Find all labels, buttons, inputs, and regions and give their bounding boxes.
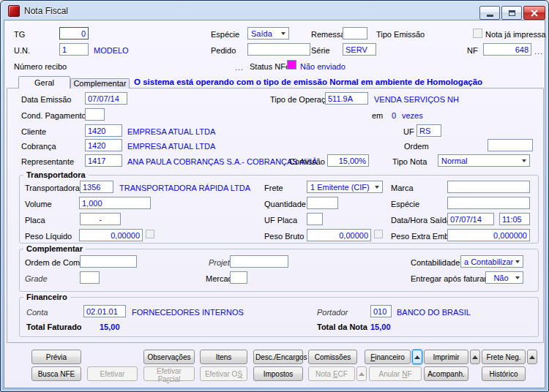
marca-label: Marca — [391, 183, 414, 193]
cliente-field[interactable] — [85, 124, 122, 137]
peso-extra-field[interactable] — [447, 229, 530, 241]
peso-bruto-field[interactable] — [307, 229, 371, 241]
title-bar[interactable]: Nota Fiscal — [1, 1, 548, 21]
grade-label: Grade — [25, 274, 48, 284]
data-emissao-label: Data Emissão — [21, 94, 71, 105]
data-emissao-field[interactable] — [85, 92, 127, 105]
historico-button[interactable]: Histórico — [482, 366, 526, 381]
busca-nfe-button[interactable]: Busca NFE — [31, 366, 81, 381]
efetivar-parcial-button[interactable]: Efetivar Parcial — [143, 366, 195, 381]
nota-fiscal-window: Nota Fiscal TG Espécie Saída Remessa Tip… — [0, 0, 549, 392]
data-saida-field[interactable] — [447, 213, 494, 225]
uf-field[interactable] — [417, 124, 441, 137]
acompanh-button[interactable]: Acompanh. — [424, 366, 468, 381]
total-da-nota-value: 15,00 — [370, 322, 391, 332]
uf-label: UF — [403, 127, 414, 137]
tab-geral[interactable]: Geral — [18, 76, 70, 88]
tipo-operacao-field[interactable] — [325, 92, 368, 105]
hora-saida-field[interactable] — [499, 213, 530, 225]
nota-ecf-expand-button[interactable] — [356, 366, 367, 381]
total-faturado-label: Total Faturado — [26, 322, 82, 332]
tipo-nota-label: Tipo Nota — [392, 157, 427, 167]
chevron-down-icon — [375, 186, 379, 191]
itens-button[interactable]: Itens — [200, 350, 247, 364]
parcelas-suffix: vezes — [402, 110, 423, 121]
nf-field[interactable] — [483, 43, 531, 56]
efetivar-os-button[interactable]: Efetivar OS — [200, 366, 247, 381]
remessa-label: Remessa — [311, 29, 345, 39]
ordem-compra-field[interactable] — [80, 255, 137, 268]
previa-button[interactable]: Prévia — [31, 350, 81, 364]
volume-field[interactable] — [79, 197, 151, 209]
entregar-apos-faturar-select[interactable]: Não — [485, 271, 523, 284]
arrow-up-icon — [529, 353, 535, 359]
peso-bruto-checkbox[interactable] — [374, 230, 383, 238]
peso-liquido-checkbox[interactable] — [146, 230, 154, 238]
ordem-field[interactable] — [488, 139, 533, 151]
financeiro-expand-button[interactable] — [412, 350, 422, 364]
chevron-down-icon — [522, 159, 526, 165]
entregar-apos-faturar-label: Entregar após faturar — [411, 274, 487, 284]
quantidade-field[interactable] — [307, 197, 338, 209]
parcelas-em-label: em — [372, 110, 383, 121]
tipo-nota-select[interactable]: Normal — [438, 154, 530, 167]
marca-field[interactable] — [447, 181, 530, 193]
especie-transp-label: Espécie — [391, 199, 419, 209]
conta-field[interactable] — [83, 305, 126, 317]
cobranca-desc: EMPRESA ATUAL LTDA — [127, 141, 215, 151]
comissao-field[interactable] — [327, 154, 369, 167]
minimize-icon — [487, 15, 493, 17]
maximize-button[interactable] — [501, 6, 522, 20]
status-nfe-label: Status NFe — [250, 61, 290, 72]
pedido-field[interactable] — [247, 43, 310, 56]
representante-field[interactable] — [85, 154, 122, 167]
especie-select[interactable]: Saída — [247, 27, 289, 39]
tg-field[interactable] — [59, 27, 89, 39]
total-faturado-value: 15,00 — [100, 322, 120, 332]
transportadora-group-title: Transportadora — [23, 170, 89, 179]
nota-ecf-button[interactable]: Nota ECF — [308, 366, 355, 381]
placa-field[interactable] — [80, 213, 121, 225]
desc-encargos-button[interactable]: Desc./Encargos — [253, 350, 303, 364]
un-field[interactable] — [59, 43, 89, 56]
remessa-field[interactable] — [343, 27, 367, 39]
peso-liquido-field[interactable] — [79, 229, 143, 241]
placa-label: Placa — [25, 215, 45, 225]
uf-placa-field[interactable] — [307, 213, 323, 225]
projeto-field[interactable] — [230, 255, 288, 268]
emission-mode-banner: O sistema está operando com o tipo de em… — [134, 78, 482, 86]
efetivar-button[interactable]: Efetivar — [87, 366, 138, 381]
recibo-browse-button[interactable]: ... — [235, 64, 244, 71]
imprimir-button[interactable]: Imprimir — [424, 350, 468, 364]
observacoes-button[interactable]: Observações — [143, 350, 195, 364]
frete-neg-expand-button[interactable] — [527, 350, 537, 364]
frete-neg-button[interactable]: Frete Neg. — [482, 350, 526, 364]
anular-nf-button[interactable]: Anular NF — [369, 366, 422, 381]
nf-browse-button[interactable]: ... — [534, 48, 543, 55]
arrow-up-icon — [359, 369, 365, 376]
grade-field[interactable] — [80, 271, 100, 284]
minimize-button[interactable] — [479, 6, 500, 20]
impostos-button[interactable]: Impostos — [253, 366, 303, 381]
tab-complementar[interactable]: Complementar — [70, 78, 130, 88]
pedido-label: Pedido — [211, 45, 236, 56]
transportadora-desc: TRANSPORTADORA RÁPIDA LTDA — [119, 183, 250, 193]
chevron-down-icon — [515, 276, 520, 282]
financeiro-button[interactable]: Financeiro — [365, 350, 411, 364]
nota-ja-impressa-checkbox[interactable] — [473, 29, 482, 38]
cond-pagamento-field[interactable] — [85, 108, 105, 121]
especie-transp-field[interactable] — [447, 197, 530, 209]
frete-select[interactable]: 1 Emitente (CIF) — [307, 181, 383, 193]
un-label: U.N. — [14, 45, 30, 56]
cond-pagamento-label: Cond. Pagamento — [21, 110, 86, 121]
transportadora-field[interactable] — [80, 181, 113, 193]
imprimir-expand-button[interactable] — [470, 350, 480, 364]
contabilidade-select[interactable]: a Contabilizar — [460, 255, 523, 268]
cobranca-field[interactable] — [85, 139, 122, 151]
serie-field[interactable] — [343, 43, 376, 56]
portador-field[interactable] — [370, 305, 392, 317]
close-button[interactable] — [523, 6, 545, 20]
mercado-field[interactable] — [230, 271, 247, 284]
contabilidade-label: Contabilidade — [411, 257, 460, 268]
comissoes-button[interactable]: Comissões — [308, 350, 357, 364]
